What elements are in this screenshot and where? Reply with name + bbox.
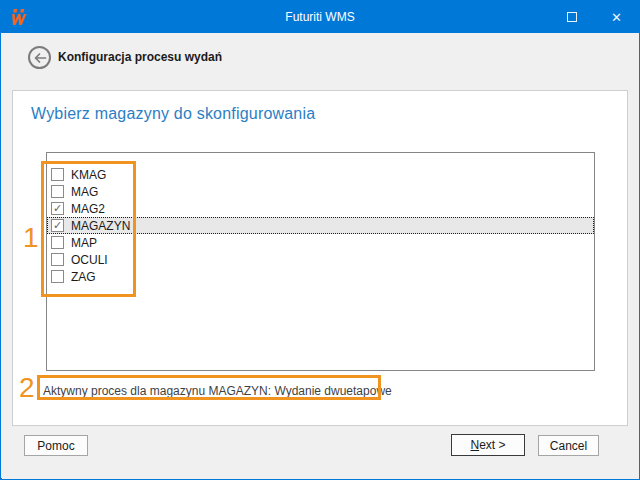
back-arrow-icon (33, 52, 47, 64)
close-button[interactable]: ✕ (594, 1, 639, 33)
button-bar: Pomoc Next > Cancel (2, 426, 639, 479)
app-window: Futuriti WMS ✕ Konfiguracja procesu wyda… (0, 0, 640, 480)
annotation-number-2: 2 (19, 374, 35, 402)
title-bar[interactable]: Futuriti WMS ✕ (1, 1, 639, 33)
next-button[interactable]: Next > (451, 434, 525, 456)
annotation-rect-1 (41, 161, 136, 297)
annotation-number-1: 1 (23, 224, 39, 252)
maximize-button[interactable] (549, 1, 594, 33)
close-icon: ✕ (611, 11, 622, 24)
next-button-label: ext > (479, 438, 505, 452)
page-title: Konfiguracja procesu wydań (58, 50, 222, 64)
annotation-rect-2 (37, 375, 381, 400)
maximize-icon (567, 12, 577, 22)
next-button-mnemonic: N (470, 438, 479, 452)
cancel-button[interactable]: Cancel (538, 435, 599, 456)
help-button[interactable]: Pomoc (24, 435, 88, 456)
back-button[interactable] (28, 46, 51, 69)
section-heading: Wybierz magazyny do skonfigurowania (31, 105, 315, 123)
window-title: Futuriti WMS (1, 1, 639, 33)
wizard-header: Konfiguracja procesu wydań (2, 33, 639, 90)
